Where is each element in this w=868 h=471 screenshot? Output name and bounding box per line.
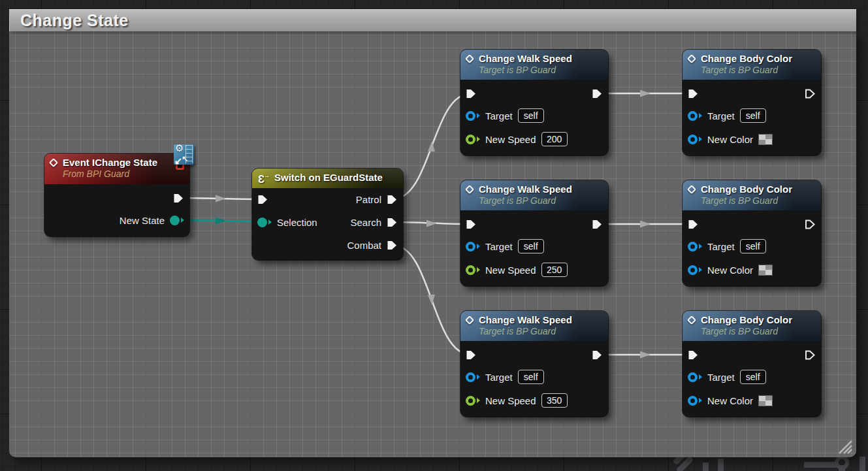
- new-color-label: New Color: [707, 265, 753, 276]
- selection-pin[interactable]: [257, 218, 267, 227]
- new-color-pin[interactable]: [688, 396, 698, 406]
- node-title: Change Walk Speed: [479, 314, 572, 326]
- target-pin[interactable]: [466, 111, 475, 121]
- node-subtitle: From BPI Guard: [63, 169, 157, 180]
- combat-exec-out-pin[interactable]: [387, 240, 398, 251]
- target-pin[interactable]: [688, 372, 698, 382]
- new-speed-pin[interactable]: [466, 135, 475, 144]
- new-speed-value-box[interactable]: 250: [541, 263, 568, 277]
- target-pin-nub: [699, 244, 702, 249]
- exec-out-pin[interactable]: [592, 349, 603, 361]
- target-pin[interactable]: [688, 242, 698, 252]
- node-subtitle: Target is BP Guard: [479, 65, 572, 76]
- new-speed-label: New Speed: [485, 265, 536, 276]
- new-speed-pin[interactable]: [466, 396, 475, 406]
- function-icon: [465, 316, 474, 325]
- new-speed-pin[interactable]: [466, 265, 475, 275]
- new-color-pin-nub: [699, 137, 702, 142]
- node-change-body-color-1[interactable]: Change Body Color Target is BP Guard Tar…: [683, 50, 821, 155]
- exec-out-pin[interactable]: [805, 88, 816, 99]
- node-change-walk-speed-2[interactable]: Change Walk Speed Target is BP Guard Tar…: [460, 180, 608, 286]
- interface-event-icon: ⚙ ↙ ↖: [174, 144, 194, 165]
- node-switch-on-eguardstate[interactable]: Ɛ→ Switch on EGuardState Patrol Selectio…: [252, 169, 403, 260]
- node-title: Switch on EGuardState: [274, 171, 383, 184]
- exec-out-pin[interactable]: [173, 193, 184, 204]
- target-label: Target: [707, 110, 735, 122]
- function-icon: [687, 185, 696, 194]
- target-value-box[interactable]: self: [740, 108, 766, 123]
- node-subtitle: Target is BP Guard: [701, 326, 792, 337]
- new-speed-pin-nub: [477, 137, 480, 142]
- target-pin[interactable]: [466, 242, 475, 252]
- target-value-box[interactable]: self: [518, 239, 544, 253]
- selection-label: Selection: [277, 217, 317, 228]
- exec-in-pin[interactable]: [257, 194, 268, 205]
- exec-in-pin[interactable]: [688, 88, 699, 99]
- node-subtitle: Target is BP Guard: [479, 195, 572, 206]
- node-header[interactable]: Change Walk Speed Target is BP Guard: [460, 180, 608, 210]
- exec-out-pin[interactable]: [592, 88, 603, 99]
- new-color-pin[interactable]: [688, 265, 698, 275]
- selection-pin-nub: [268, 219, 272, 225]
- function-icon: [465, 54, 474, 63]
- exec-out-pin[interactable]: [592, 219, 603, 230]
- exec-in-pin[interactable]: [466, 88, 477, 99]
- target-pin-nub: [699, 374, 702, 380]
- new-color-pin[interactable]: [688, 135, 698, 144]
- blueprint-graph-canvas[interactable]: Change State Event IC: [0, 0, 868, 471]
- new-color-swatch[interactable]: [758, 395, 773, 406]
- patrol-exec-out-pin[interactable]: [387, 194, 398, 205]
- target-value-box[interactable]: self: [740, 239, 766, 253]
- combat-label: Combat: [347, 240, 381, 251]
- node-change-body-color-2[interactable]: Change Body Color Target is BP Guard Tar…: [683, 180, 821, 286]
- new-state-pin-nub: [181, 218, 184, 223]
- node-event-ichange-state[interactable]: Event IChange State From BPI Guard New S…: [44, 154, 189, 236]
- exec-in-pin[interactable]: [466, 349, 477, 361]
- node-change-walk-speed-1[interactable]: Change Walk Speed Target is BP Guard Tar…: [460, 50, 608, 155]
- event-icon: [49, 158, 58, 167]
- node-header[interactable]: Change Body Color Target is BP Guard: [683, 311, 821, 341]
- new-state-label: New State: [120, 215, 165, 226]
- node-title: Change Walk Speed: [479, 183, 572, 195]
- node-header[interactable]: Change Walk Speed Target is BP Guard: [460, 311, 608, 341]
- new-speed-value-box[interactable]: 350: [541, 393, 568, 408]
- target-pin-nub: [477, 244, 480, 249]
- new-speed-value-box[interactable]: 200: [541, 132, 568, 146]
- arrow-down-left-icon: ↙: [174, 155, 182, 165]
- search-label: Search: [350, 217, 381, 228]
- target-pin-nub: [477, 374, 480, 380]
- target-label: Target: [707, 372, 735, 383]
- search-exec-out-pin[interactable]: [387, 217, 398, 228]
- new-speed-label: New Speed: [485, 395, 536, 406]
- node-title: Event IChange State: [63, 156, 157, 169]
- switch-icon: Ɛ→: [258, 169, 270, 186]
- target-value-box[interactable]: self: [518, 108, 544, 123]
- new-color-swatch[interactable]: [758, 134, 773, 145]
- exec-in-pin[interactable]: [688, 349, 699, 361]
- arrow-up-left-icon: ↖: [182, 154, 188, 163]
- target-value-box[interactable]: self: [518, 370, 544, 384]
- node-header[interactable]: Change Walk Speed Target is BP Guard: [460, 50, 608, 80]
- node-change-body-color-3[interactable]: Change Body Color Target is BP Guard Tar…: [683, 311, 821, 417]
- new-speed-pin-nub: [477, 398, 480, 403]
- exec-out-pin[interactable]: [805, 219, 816, 230]
- exec-out-pin[interactable]: [805, 349, 816, 361]
- node-change-walk-speed-3[interactable]: Change Walk Speed Target is BP Guard Tar…: [460, 311, 608, 417]
- new-state-pin[interactable]: [170, 216, 180, 225]
- target-value-box[interactable]: self: [740, 370, 766, 384]
- exec-in-pin[interactable]: [466, 219, 477, 230]
- target-pin[interactable]: [466, 372, 475, 382]
- exec-in-pin[interactable]: [688, 219, 699, 230]
- node-header[interactable]: Change Body Color Target is BP Guard: [683, 50, 821, 80]
- target-pin[interactable]: [688, 111, 698, 121]
- new-color-swatch[interactable]: [758, 265, 773, 276]
- new-color-label: New Color: [707, 395, 753, 406]
- node-subtitle: Target is BP Guard: [701, 195, 792, 206]
- patrol-label: Patrol: [356, 194, 381, 205]
- node-title: Change Walk Speed: [479, 52, 572, 65]
- node-header[interactable]: Change Body Color Target is BP Guard: [683, 180, 821, 210]
- node-header[interactable]: Ɛ→ Switch on EGuardState: [252, 169, 403, 188]
- target-label: Target: [485, 241, 513, 252]
- function-icon: [465, 185, 474, 194]
- node-header[interactable]: Event IChange State From BPI Guard: [44, 154, 189, 184]
